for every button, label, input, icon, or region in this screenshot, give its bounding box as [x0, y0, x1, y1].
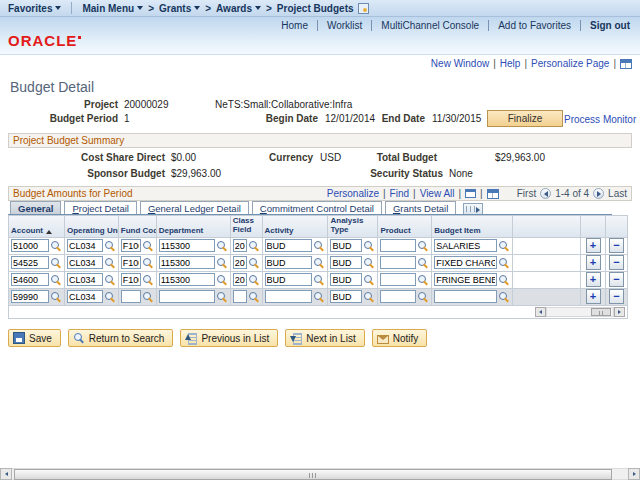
http-icon[interactable] — [620, 59, 632, 69]
lookup-icon[interactable] — [248, 240, 260, 252]
analysis-type-input[interactable] — [330, 239, 362, 252]
find-link[interactable]: Find — [390, 188, 409, 199]
breadcrumb-item-grants[interactable]: Grants — [159, 3, 200, 14]
tab-general-ledger-detail[interactable]: General Ledger Detail — [140, 201, 249, 215]
lookup-icon[interactable] — [104, 274, 116, 286]
grid-scroll-right-button[interactable] — [614, 307, 625, 317]
department-input[interactable] — [159, 290, 215, 303]
budget-item-input[interactable] — [434, 239, 497, 252]
lookup-icon[interactable] — [104, 240, 116, 252]
budget-item-input[interactable] — [434, 290, 497, 303]
operating-unit-input[interactable] — [67, 256, 103, 269]
delete-row-button[interactable]: − — [609, 289, 624, 304]
analysis-type-input[interactable] — [330, 290, 362, 303]
breadcrumb-item-project-budgets[interactable]: Project Budgets — [277, 3, 354, 14]
lookup-icon[interactable] — [216, 291, 228, 303]
lookup-icon[interactable] — [417, 291, 429, 303]
col-header-department[interactable]: Department — [157, 216, 231, 238]
lookup-icon[interactable] — [216, 257, 228, 269]
home-link[interactable]: Home — [281, 20, 308, 31]
lookup-icon[interactable] — [216, 274, 228, 286]
breadcrumb-item-awards[interactable]: Awards — [216, 3, 261, 14]
lookup-icon[interactable] — [498, 291, 510, 303]
account-input[interactable] — [11, 256, 49, 269]
lookup-icon[interactable] — [104, 257, 116, 269]
worklist-link[interactable]: Worklist — [327, 20, 362, 31]
budget-item-input[interactable] — [434, 273, 497, 286]
col-header-activity[interactable]: Activity — [263, 216, 329, 238]
tab-grants-detail[interactable]: Grants Detail — [385, 201, 456, 215]
lookup-icon[interactable] — [216, 240, 228, 252]
scroll-left-button[interactable] — [0, 468, 12, 480]
col-header-class-field[interactable]: Class Field — [231, 216, 263, 238]
lookup-icon[interactable] — [313, 291, 325, 303]
return-to-search-button[interactable]: Return to Search — [68, 329, 174, 347]
class-field-input[interactable] — [233, 273, 247, 286]
lookup-icon[interactable] — [313, 240, 325, 252]
class-field-input[interactable] — [233, 290, 247, 303]
product-input[interactable] — [380, 256, 416, 269]
lookup-icon[interactable] — [498, 240, 510, 252]
lookup-icon[interactable] — [142, 257, 154, 269]
lookup-icon[interactable] — [248, 274, 260, 286]
favorites-menu[interactable]: Favorites — [8, 3, 61, 14]
lookup-icon[interactable] — [363, 257, 375, 269]
lookup-icon[interactable] — [104, 291, 116, 303]
lookup-icon[interactable] — [50, 240, 62, 252]
download-grid-icon[interactable] — [487, 189, 499, 199]
col-header-operating-unit[interactable]: Operating Unit — [65, 216, 119, 238]
lookup-icon[interactable] — [248, 257, 260, 269]
add-row-button[interactable]: + — [586, 255, 601, 270]
view-all-link[interactable]: View All — [420, 188, 455, 199]
lookup-icon[interactable] — [417, 257, 429, 269]
delete-row-button[interactable]: − — [609, 255, 624, 270]
tab-commitment-control-detail[interactable]: Commitment Control Detail — [252, 201, 382, 215]
next-in-list-button[interactable]: Next in List — [285, 329, 364, 347]
account-input[interactable] — [11, 290, 49, 303]
fund-code-input[interactable] — [121, 256, 141, 269]
col-header-analysis-type[interactable]: Analysis Type — [328, 216, 378, 238]
lookup-icon[interactable] — [50, 291, 62, 303]
previous-in-list-button[interactable]: Previous in List — [180, 329, 278, 347]
product-input[interactable] — [380, 239, 416, 252]
previous-page-icon[interactable] — [540, 188, 551, 199]
operating-unit-input[interactable] — [67, 290, 103, 303]
lookup-icon[interactable] — [142, 240, 154, 252]
lookup-icon[interactable] — [363, 291, 375, 303]
finalize-button[interactable]: Finalize — [487, 110, 563, 127]
multichannel-console-link[interactable]: MultiChannel Console — [381, 20, 479, 31]
lookup-icon[interactable] — [142, 291, 154, 303]
delete-row-button[interactable]: − — [609, 238, 624, 253]
department-input[interactable] — [159, 256, 215, 269]
add-row-button[interactable]: + — [586, 238, 601, 253]
analysis-type-input[interactable] — [330, 256, 362, 269]
personalize-page-link[interactable]: Personalize Page — [531, 58, 609, 69]
tab-project-detail[interactable]: Project Detail — [64, 201, 137, 215]
col-header-fund-code[interactable]: Fund Code — [119, 216, 157, 238]
scroll-thumb[interactable] — [14, 469, 612, 480]
department-input[interactable] — [159, 239, 215, 252]
grid-scroll-left-button[interactable] — [535, 307, 546, 317]
activity-input[interactable] — [265, 239, 313, 252]
sign-out-link[interactable]: Sign out — [590, 20, 630, 31]
lookup-icon[interactable] — [50, 274, 62, 286]
personalize-link[interactable]: Personalize — [327, 188, 379, 199]
col-header-product[interactable]: Product — [378, 216, 432, 238]
activity-input[interactable] — [265, 290, 313, 303]
lookup-icon[interactable] — [313, 257, 325, 269]
col-header-account[interactable]: Account — [9, 216, 65, 238]
department-input[interactable] — [159, 273, 215, 286]
class-field-input[interactable] — [233, 256, 247, 269]
next-page-icon[interactable] — [593, 188, 604, 199]
product-input[interactable] — [380, 290, 416, 303]
col-header-budget-item[interactable]: Budget Item — [432, 216, 513, 238]
lookup-icon[interactable] — [417, 274, 429, 286]
fund-code-input[interactable] — [121, 273, 141, 286]
lookup-icon[interactable] — [142, 274, 154, 286]
class-field-input[interactable] — [233, 239, 247, 252]
budget-item-input[interactable] — [434, 256, 497, 269]
activity-input[interactable] — [265, 256, 313, 269]
fund-code-input[interactable] — [121, 290, 141, 303]
lookup-icon[interactable] — [313, 274, 325, 286]
delete-row-button[interactable]: − — [609, 272, 624, 287]
